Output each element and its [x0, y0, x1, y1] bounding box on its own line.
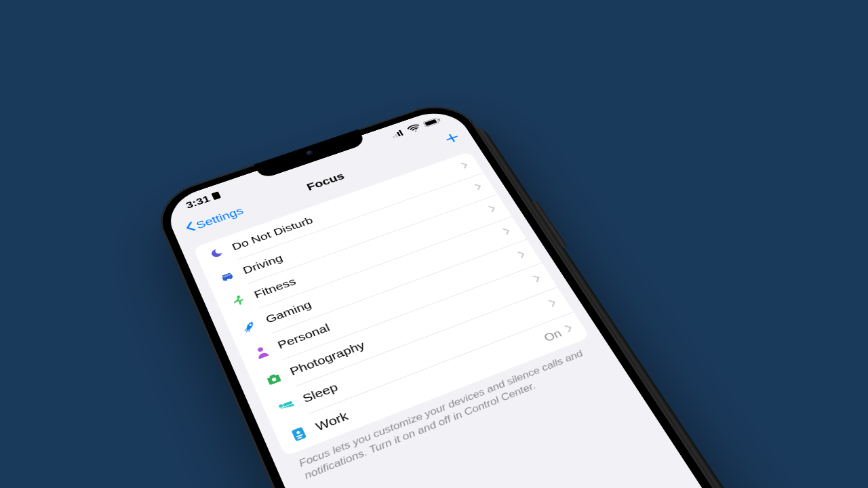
plus-icon — [441, 129, 462, 148]
screen: 3:31 — [161, 105, 800, 488]
location-indicator-icon — [212, 191, 222, 200]
svg-point-13 — [296, 430, 300, 434]
phone-frame: 3:31 — [149, 96, 817, 488]
chevron-right-icon — [564, 323, 576, 335]
svg-rect-14 — [296, 434, 303, 437]
badge-icon — [286, 424, 311, 445]
battery-icon — [422, 117, 441, 127]
phone: 3:31 — [149, 96, 817, 488]
svg-rect-5 — [425, 119, 437, 126]
svg-rect-0 — [393, 136, 395, 139]
svg-point-10 — [257, 346, 264, 352]
add-button[interactable] — [443, 131, 461, 145]
svg-rect-12 — [292, 427, 307, 442]
svg-rect-15 — [297, 436, 302, 439]
status-time: 3:31 — [184, 193, 212, 210]
wifi-icon — [406, 123, 422, 134]
cellular-icon — [391, 129, 406, 138]
front-camera-icon — [305, 149, 314, 156]
svg-rect-1 — [395, 134, 398, 138]
